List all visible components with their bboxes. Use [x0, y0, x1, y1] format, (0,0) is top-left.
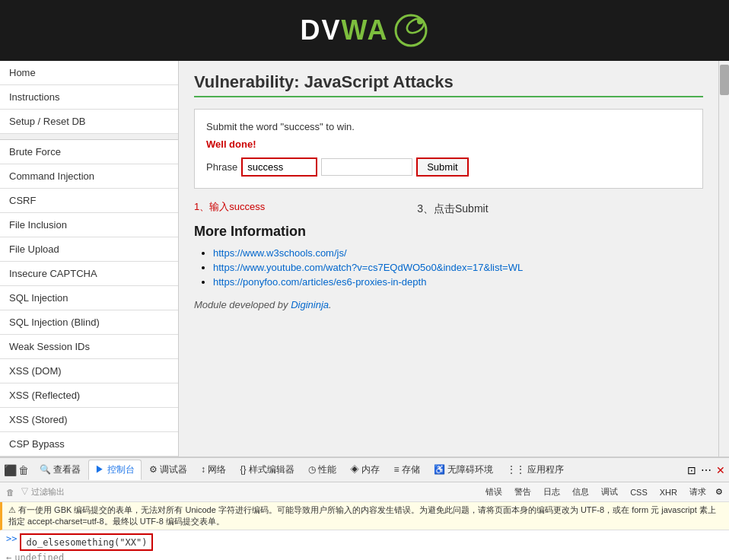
- challenge-instruction: Submit the word "success" to win.: [206, 121, 691, 132]
- tab-console[interactable]: ▶ 控制台: [88, 460, 141, 480]
- annotation-3: 3、点击Submit: [417, 202, 488, 216]
- sidebar-item-xss-reflected[interactable]: XSS (Reflected): [0, 383, 178, 408]
- link-youtube[interactable]: https://www.youtube.com/watch?v=cs7EQdWO…: [213, 262, 523, 273]
- devtools-left-icon[interactable]: ⬛: [4, 464, 17, 476]
- sidebar-item-file-upload[interactable]: File Upload: [0, 237, 178, 262]
- sidebar-item-xss-stored[interactable]: XSS (Stored): [0, 408, 178, 432]
- devtools-tabbar: ⬛ 🗑 🔍 查看器 ▶ 控制台 ⚙ 调试器 ↕ 网络 {} 样式编辑器 ◷ 性能…: [0, 458, 729, 482]
- console-input-box: do_elsesomething("XX"): [20, 533, 153, 551]
- phrase-label: Phrase: [206, 161, 237, 173]
- btn-css[interactable]: CSS: [627, 487, 651, 498]
- phrase-row: Phrase Submit: [206, 158, 691, 177]
- devtools-more-icon[interactable]: ⋯: [701, 464, 711, 476]
- logo-icon: [393, 12, 429, 49]
- logo-dv: DV: [300, 14, 341, 46]
- link-w3schools[interactable]: https://www.w3schools.com/js/: [213, 247, 347, 259]
- list-item: https://www.w3schools.com/js/: [213, 247, 703, 259]
- main-content: Vulnerability: JavaScript Attacks Submit…: [179, 61, 718, 457]
- btn-warning[interactable]: 警告: [511, 485, 534, 498]
- more-info-links: https://www.w3schools.com/js/ https://ww…: [194, 247, 703, 288]
- list-item: https://ponyfoo.com/articles/es6-proxies…: [213, 276, 703, 288]
- sidebar-item-setup[interactable]: Setup / Reset DB: [0, 110, 178, 134]
- sidebar-item-brute-force[interactable]: Brute Force: [0, 140, 178, 164]
- btn-info[interactable]: 信息: [569, 485, 592, 498]
- btn-request[interactable]: 请求: [686, 485, 709, 498]
- svg-point-2: [417, 18, 423, 24]
- annotation-1: 1、输入success: [194, 200, 265, 214]
- tab-style-editor[interactable]: {} 样式编辑器: [234, 460, 300, 479]
- sidebar-item-weak-session-ids[interactable]: Weak Session IDs: [0, 335, 178, 359]
- sidebar-item-command-injection[interactable]: Command Injection: [0, 164, 178, 189]
- filter-label: ▽ 过滤输出: [21, 486, 65, 498]
- devtools-panel: ⬛ 🗑 🔍 查看器 ▶ 控制台 ⚙ 调试器 ↕ 网络 {} 样式编辑器 ◷ 性能…: [0, 457, 729, 560]
- sidebar: Home Instructions Setup / Reset DB Brute…: [0, 61, 179, 457]
- submit-button[interactable]: Submit: [416, 158, 468, 177]
- scrollbar[interactable]: [718, 61, 729, 457]
- devtools-trash-icon[interactable]: 🗑: [18, 464, 29, 476]
- sidebar-item-insecure-captcha[interactable]: Insecure CAPTCHA: [0, 262, 178, 286]
- tab-network[interactable]: ↕ 网络: [195, 460, 232, 479]
- challenge-box: Submit the word "success" to win. Well d…: [194, 109, 703, 189]
- btn-xhr[interactable]: XHR: [657, 487, 680, 498]
- more-info-title: More Information: [194, 224, 703, 240]
- well-done-text: Well done!: [206, 138, 691, 150]
- console-arrow-left: ←: [6, 552, 11, 560]
- link-ponyfoo[interactable]: https://ponyfoo.com/articles/es6-proxies…: [213, 276, 426, 288]
- sidebar-item-sql-injection-blind[interactable]: SQL Injection (Blind): [0, 310, 178, 335]
- devtools-settings-icon[interactable]: ⚙: [715, 487, 723, 497]
- tab-debugger[interactable]: ⚙ 调试器: [143, 460, 193, 479]
- sidebar-item-home[interactable]: Home: [0, 61, 178, 85]
- devtools-toolbar: 🗑 ▽ 过滤输出 错误 警告 日志 信息 调试 CSS XHR 请求 ⚙: [0, 482, 729, 502]
- tab-application[interactable]: ⋮⋮ 应用程序: [501, 460, 570, 479]
- tab-memory[interactable]: ◈ 内存: [344, 460, 386, 479]
- page-title: Vulnerability: JavaScript Attacks: [194, 72, 703, 97]
- phrase-input[interactable]: [241, 158, 317, 177]
- tab-storage[interactable]: ≡ 存储: [387, 460, 425, 479]
- btn-debug[interactable]: 调试: [598, 485, 621, 498]
- devtools-trash2-icon[interactable]: 🗑: [6, 488, 14, 497]
- console-undefined: undefined: [14, 552, 64, 560]
- logo-wa: WA: [342, 14, 389, 46]
- console-output-row: ← undefined: [6, 552, 723, 560]
- token-input[interactable]: [321, 158, 412, 176]
- devtools-copy-icon[interactable]: ⊡: [687, 464, 696, 476]
- main-layout: Home Instructions Setup / Reset DB Brute…: [0, 61, 729, 457]
- sidebar-item-csp-bypass[interactable]: CSP Bypass: [0, 432, 178, 457]
- tab-performance[interactable]: ◷ 性能: [302, 460, 342, 479]
- console-arrow-right: >>: [6, 533, 17, 544]
- sidebar-item-instructions[interactable]: Instructions: [0, 85, 178, 110]
- btn-log[interactable]: 日志: [540, 485, 563, 498]
- console-input-code[interactable]: do_elsesomething("XX"): [26, 537, 147, 548]
- tab-accessibility[interactable]: ♿ 无障碍环境: [428, 460, 499, 479]
- scrollbar-thumb[interactable]: [720, 65, 729, 95]
- console-input-row: >> do_elsesomething("XX"): [6, 533, 723, 551]
- sidebar-divider: [0, 134, 178, 140]
- devtools-warning: ⚠ 有一使用 GBK 编码提交的表单，无法对所有 Unicode 字符进行编码。…: [0, 502, 729, 530]
- svg-point-1: [404, 16, 426, 36]
- devtools-close-icon[interactable]: ✕: [716, 464, 725, 476]
- header: DVWA: [0, 0, 729, 61]
- module-credit: Module developed by Digininja.: [194, 299, 703, 310]
- devtools-console: >> do_elsesomething("XX") ← undefined >>…: [0, 530, 729, 560]
- sidebar-item-file-inclusion[interactable]: File Inclusion: [0, 213, 178, 237]
- list-item: https://www.youtube.com/watch?v=cs7EQdWO…: [213, 262, 703, 273]
- sidebar-item-csrf[interactable]: CSRF: [0, 189, 178, 213]
- btn-error[interactable]: 错误: [482, 485, 505, 498]
- sidebar-item-xss-dom[interactable]: XSS (DOM): [0, 359, 178, 383]
- sidebar-item-sql-injection[interactable]: SQL Injection: [0, 286, 178, 310]
- tab-inspector[interactable]: 🔍 查看器: [33, 460, 87, 479]
- digininja-link[interactable]: Digininja: [291, 299, 329, 310]
